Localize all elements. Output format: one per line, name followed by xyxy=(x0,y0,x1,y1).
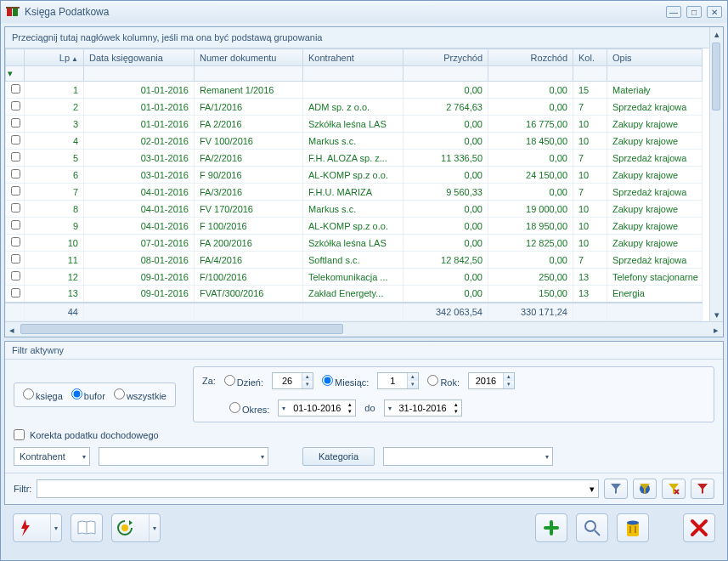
group-by-hint[interactable]: Przeciągnij tutaj nagłówek kolumny, jeśl… xyxy=(5,27,723,48)
col-kol[interactable]: Kol. xyxy=(573,49,607,66)
table-row[interactable]: 1209-01-2016F/100/2016Telekomunikacja ..… xyxy=(6,269,703,286)
date-to-input[interactable]: ▾▴▾ xyxy=(384,400,462,416)
radio-miesiac[interactable]: Miesiąc: xyxy=(322,375,369,388)
radio-rok[interactable]: Rok: xyxy=(427,375,460,388)
cell-data: 01-01-2016 xyxy=(84,116,195,133)
cell-lp: 11 xyxy=(25,252,84,269)
scroll-down-icon[interactable]: ▾ xyxy=(710,308,724,321)
col-przychod[interactable]: Przychód xyxy=(404,49,488,66)
filter-row-icon[interactable]: ▾ xyxy=(6,66,25,82)
miesiac-spinner[interactable]: ▴▾ xyxy=(377,372,419,389)
kontrahent-value-combo[interactable]: ▾ xyxy=(99,447,268,466)
spin-down-icon[interactable]: ▾ xyxy=(408,381,418,388)
add-button[interactable] xyxy=(535,513,567,542)
table-row[interactable]: 201-01-2016FA/1/2016ADM sp. z o.o.2 764,… xyxy=(6,99,703,116)
filtr-expression-combo[interactable]: ▾ xyxy=(37,479,599,498)
svg-point-8 xyxy=(585,521,595,531)
row-checkbox[interactable] xyxy=(6,99,25,116)
radio-bufor[interactable]: bufor xyxy=(71,388,105,401)
book-action-button[interactable] xyxy=(71,513,103,542)
close-button[interactable]: ✕ xyxy=(707,6,722,18)
row-checkbox[interactable] xyxy=(6,269,25,286)
filter-builder-button[interactable] xyxy=(633,479,657,499)
flash-action-button[interactable]: ▾ xyxy=(13,513,62,542)
close-action-button[interactable] xyxy=(683,513,715,542)
spin-up-icon[interactable]: ▴ xyxy=(408,373,418,381)
col-lp[interactable]: Lp▲ xyxy=(25,49,84,66)
cell-rozchod: 18 950,00 xyxy=(488,218,573,235)
minimize-button[interactable]: — xyxy=(666,6,681,18)
col-kontrahent[interactable]: Kontrahent xyxy=(303,49,404,66)
row-checkbox[interactable] xyxy=(6,252,25,269)
radio-ksiega[interactable]: księga xyxy=(23,388,63,401)
table-row[interactable]: 804-01-2016FV 170/2016Markus s.c.0,0019 … xyxy=(6,201,703,218)
row-checkbox[interactable] xyxy=(6,235,25,252)
col-checkbox[interactable] xyxy=(6,49,25,66)
rok-input[interactable] xyxy=(469,373,503,388)
table-row[interactable]: 503-01-2016FA/2/2016F.H. ALOZA sp. z...1… xyxy=(6,150,703,167)
spin-down-icon[interactable]: ▾ xyxy=(302,381,313,388)
table-row[interactable]: 904-01-2016F 100/2016AL-KOMP sp.z o.o.0,… xyxy=(6,218,703,235)
chevron-down-icon: ▾ xyxy=(261,453,264,461)
kontrahent-combo[interactable]: Kontrahent▾ xyxy=(14,447,90,466)
row-checkbox[interactable] xyxy=(6,167,25,184)
dzien-spinner[interactable]: ▴▾ xyxy=(272,372,313,389)
cell-data: 01-01-2016 xyxy=(84,99,195,116)
table-row[interactable]: 1007-01-2016FA 200/2016Szkółka leśna LAS… xyxy=(6,235,703,252)
col-numer[interactable]: Numer dokumentu xyxy=(195,49,303,66)
cell-przychod: 0,00 xyxy=(404,201,488,218)
search-button[interactable] xyxy=(576,513,608,542)
table-row[interactable]: 301-01-2016FA 2/2016Szkółka leśna LAS0,0… xyxy=(6,116,703,133)
kategoria-button[interactable]: Kategoria xyxy=(302,447,375,466)
radio-dzien[interactable]: Dzień: xyxy=(224,375,263,388)
row-checkbox[interactable] xyxy=(6,218,25,235)
svg-point-5 xyxy=(121,524,128,531)
horizontal-scrollbar[interactable]: ◂ ▸ xyxy=(5,321,723,337)
dzien-input[interactable] xyxy=(273,373,302,388)
table-row[interactable]: 402-01-2016FV 100/2016Markus s.c.0,0018 … xyxy=(6,133,703,150)
spin-up-icon[interactable]: ▴ xyxy=(504,373,514,381)
col-data[interactable]: Data księgowania xyxy=(84,49,195,66)
col-rozchod[interactable]: Rozchód xyxy=(488,49,573,66)
save-filter-button[interactable] xyxy=(691,479,714,499)
row-checkbox[interactable] xyxy=(6,184,25,201)
table-row[interactable]: 101-01-2016Remanent 1/20160,000,0015Mate… xyxy=(6,82,703,99)
table-row[interactable]: 1108-01-2016FA/4/2016Softland s.c.12 842… xyxy=(6,252,703,269)
row-checkbox[interactable] xyxy=(6,82,25,99)
rok-spinner[interactable]: ▴▾ xyxy=(468,372,515,389)
date-from-input[interactable]: ▾▴▾ xyxy=(278,400,356,416)
clear-filter-button[interactable] xyxy=(662,479,686,499)
cell-kontrahent: AL-KOMP sp.z o.o. xyxy=(303,167,404,184)
cell-rozchod: 250,00 xyxy=(488,269,573,286)
table-row[interactable]: 704-01-2016FA/3/2016F.H.U. MARIZA9 560,3… xyxy=(6,184,703,201)
radio-okres[interactable]: Okres: xyxy=(229,402,269,415)
cell-przychod: 0,00 xyxy=(404,235,488,252)
spin-down-icon[interactable]: ▾ xyxy=(504,381,514,388)
maximize-button[interactable]: □ xyxy=(686,6,702,18)
refresh-action-button[interactable]: ▾ xyxy=(111,513,161,542)
cell-kontrahent: Markus s.c. xyxy=(303,201,404,218)
hscroll-thumb[interactable] xyxy=(20,324,343,334)
row-checkbox[interactable] xyxy=(6,116,25,133)
apply-filter-button[interactable] xyxy=(604,479,628,499)
table-row[interactable]: 603-01-2016F 90/2016AL-KOMP sp.z o.o.0,0… xyxy=(6,167,703,184)
scroll-right-icon[interactable]: ▸ xyxy=(709,322,723,337)
cell-data: 09-01-2016 xyxy=(84,269,195,286)
cell-przychod: 0,00 xyxy=(404,133,488,150)
row-checkbox[interactable] xyxy=(6,150,25,167)
scroll-up-icon[interactable]: ▴ xyxy=(710,27,724,41)
korekta-checkbox[interactable] xyxy=(14,429,25,440)
radio-wszystkie[interactable]: wszystkie xyxy=(114,388,166,401)
vscroll-thumb[interactable] xyxy=(712,42,720,110)
kategoria-value-combo[interactable]: ▾ xyxy=(383,447,553,466)
row-checkbox[interactable] xyxy=(6,201,25,218)
table-row[interactable]: 1309-01-2016FVAT/300/2016Zakład Energety… xyxy=(6,286,703,303)
col-opis[interactable]: Opis xyxy=(607,49,703,66)
spin-up-icon[interactable]: ▴ xyxy=(302,373,313,381)
vertical-scrollbar[interactable]: ▴ ▾ xyxy=(709,27,723,321)
delete-button[interactable] xyxy=(617,513,649,542)
scroll-left-icon[interactable]: ◂ xyxy=(5,322,19,337)
miesiac-input[interactable] xyxy=(378,373,407,388)
row-checkbox[interactable] xyxy=(6,286,25,303)
row-checkbox[interactable] xyxy=(6,133,25,150)
